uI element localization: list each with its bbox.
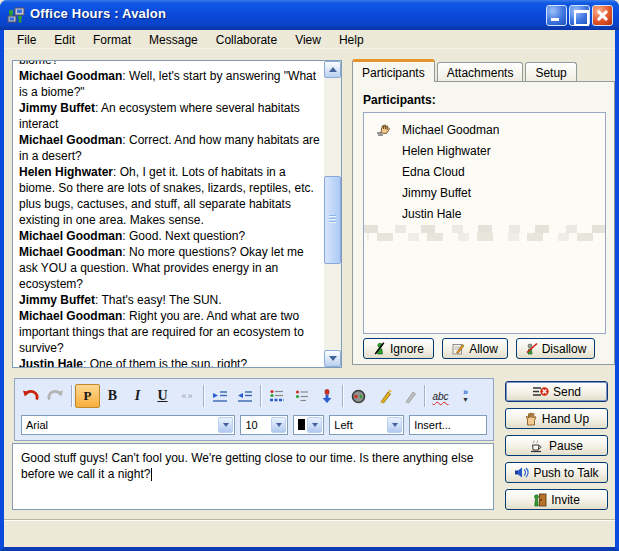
plain-format-icon: «» [181,391,193,401]
underline-button[interactable]: U [150,384,175,408]
paragraph-style-button[interactable]: P [75,384,100,408]
horizontal-rule-button[interactable] [264,384,289,408]
hand-up-button[interactable]: Hand Up [505,408,608,429]
combo-arrow-icon[interactable] [307,417,322,433]
font-family-combo[interactable]: Arial [21,415,235,435]
chat-transcript[interactable]: biome?Michael Goodman: Well, let's start… [12,60,342,368]
font-family-value: Arial [26,419,48,431]
render-artifact [364,225,605,241]
combo-arrow-icon[interactable] [271,417,286,433]
menu-item-edit[interactable]: Edit [45,30,84,49]
redo-icon [47,389,64,404]
redo-button[interactable] [43,384,68,408]
allow-button[interactable]: Allow [442,338,508,359]
scrollbar-thumb[interactable] [324,176,341,264]
font-size-combo[interactable]: 10 [240,415,288,435]
participants-label: Participants: [363,93,436,107]
participant-row[interactable]: Jimmy Buffet [364,182,605,203]
participant-row[interactable]: Edna Cloud [364,161,605,182]
ignore-button[interactable]: Ignore [363,338,434,359]
list-button[interactable] [289,384,314,408]
right-panel-tabs: ParticipantsAttachmentsSetup [352,59,579,82]
status-dial-icon [351,389,366,404]
invite-label: Invite [551,493,580,507]
push-to-talk-button[interactable]: Push to Talk [505,462,608,483]
participant-row[interactable]: Justin Hale [364,203,605,224]
chat-message: Michael Goodman: Good. Next question? [19,228,321,244]
menu-item-file[interactable]: File [8,30,45,49]
underline-glyph: U [157,388,167,404]
outdent-button[interactable] [232,384,257,408]
chat-message: Justin Hale: One of them is the sun, rig… [19,356,321,367]
menu-item-view[interactable]: View [286,30,330,49]
font-color-combo[interactable] [293,415,324,435]
format-painter-icon [401,389,417,404]
plain-format-button[interactable]: «» [175,384,200,408]
minimize-button[interactable] [546,5,567,26]
scroll-up-button[interactable] [324,61,341,78]
alignment-combo[interactable]: Left [329,415,404,435]
participants-panel: Participants: Michael GoodmanHelen Highw… [352,81,615,365]
bold-glyph: B [108,388,117,404]
transcript-scrollbar[interactable] [324,61,341,367]
combo-arrow-icon[interactable] [218,417,233,433]
pause-label: Pause [549,439,583,453]
hand-up-label: Hand Up [542,412,589,426]
undo-icon [22,389,39,404]
send-button[interactable]: Send [505,381,608,402]
format-toolbar: P B I U «» [14,378,494,441]
menubar: FileEditFormatMessageCollaborateViewHelp [4,30,615,49]
bold-button[interactable]: B [100,384,125,408]
insert-combo[interactable]: Insert... [409,415,487,435]
app-window: Office Hours : Avalon FileEditFormatMess… [0,0,619,551]
maximize-button[interactable] [569,5,590,26]
highlighter-button[interactable] [371,384,396,408]
arrow-down-icon [329,356,337,361]
chat-transcript-text: biome?Michael Goodman: Well, let's start… [13,61,324,367]
scroll-down-button[interactable] [324,350,341,367]
color-swatch [298,419,305,430]
chat-message: Michael Goodman: Correct. And how many h… [19,132,321,164]
status-dial-button[interactable] [346,384,371,408]
overflow-icon: » ▼ [462,389,469,403]
participant-name: Helen Highwater [402,144,491,158]
format-painter-button[interactable] [396,384,421,408]
spellcheck-button[interactable]: abc [428,384,453,408]
allow-label: Allow [469,342,498,356]
tab-attachments[interactable]: Attachments [437,62,524,82]
coffee-cup-icon [530,439,545,453]
chat-message: Jimmy Buffet: That's easy! The SUN. [19,292,321,308]
tab-participants[interactable]: Participants [352,59,435,82]
menu-item-message[interactable]: Message [140,30,207,49]
participant-row[interactable]: Helen Highwater [364,140,605,161]
menu-item-collaborate[interactable]: Collaborate [207,30,286,49]
participant-name: Edna Cloud [402,165,465,179]
text-caret [151,468,152,481]
combo-arrow-icon[interactable] [387,417,402,433]
chat-message: Michael Goodman: Well, let's start by an… [19,68,321,100]
toolbar-overflow-button[interactable]: » ▼ [453,384,478,408]
message-input[interactable]: Good stuff guys! Can't fool you. We're g… [12,443,494,510]
insert-below-icon [320,389,334,404]
invite-button[interactable]: Invite [505,489,608,510]
disallow-button[interactable]: Disallow [516,338,595,359]
titlebar[interactable]: Office Hours : Avalon [0,0,619,30]
italic-button[interactable]: I [125,384,150,408]
hand-icon [524,412,538,426]
undo-button[interactable] [18,384,43,408]
participants-list[interactable]: Michael GoodmanHelen HighwaterEdna Cloud… [363,112,606,334]
participant-name: Michael Goodman [402,123,499,137]
participant-row[interactable]: Michael Goodman [364,119,605,140]
speaker-icon [514,466,529,479]
menu-item-format[interactable]: Format [84,30,140,49]
insert-below-button[interactable] [314,384,339,408]
indent-icon [212,389,228,403]
close-button[interactable] [592,5,613,26]
send-icon [532,385,549,398]
chat-message: Jimmy Buffet: An ecosystem where several… [19,100,321,132]
chat-message: Helen Highwater: Oh, I get it. Lots of h… [19,164,321,228]
indent-button[interactable] [207,384,232,408]
menu-item-help[interactable]: Help [330,30,373,49]
tab-setup[interactable]: Setup [525,62,576,82]
pause-button[interactable]: Pause [505,435,608,456]
